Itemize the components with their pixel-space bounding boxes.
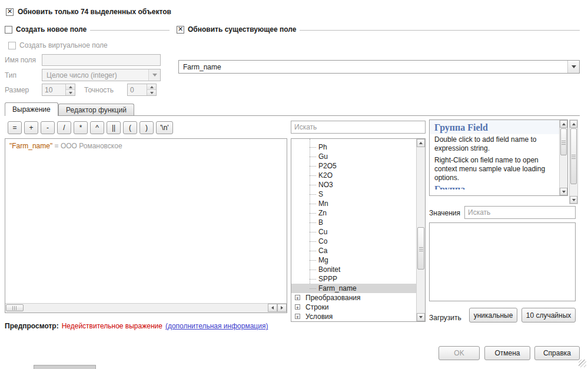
more-info-link[interactable]: (дополнительная информация) — [165, 322, 268, 330]
operator-button[interactable]: '\n' — [156, 121, 173, 134]
function-search-input[interactable] — [291, 121, 426, 134]
operator-button[interactable]: - — [41, 121, 55, 134]
scroll-down-icon[interactable] — [570, 196, 577, 204]
scroll-down-icon[interactable] — [560, 188, 567, 195]
field-size-spinner[interactable]: 10 — [42, 84, 75, 96]
tree-item-field[interactable]: NO3 — [291, 180, 425, 190]
scroll-up-icon[interactable] — [570, 120, 577, 128]
scroll-right-icon[interactable] — [277, 304, 287, 312]
tree-group-list: Преобразования Строки Условия — [291, 293, 425, 321]
preview-row: Предпросмотр: Недействительное выражение… — [5, 322, 268, 330]
help-vertical-scrollbar[interactable] — [559, 120, 567, 195]
field-size-value: 10 — [42, 84, 65, 95]
scroll-up-icon[interactable] — [560, 120, 567, 128]
scrollbar-thumb[interactable] — [560, 128, 567, 155]
tree-item-field[interactable]: Zn — [291, 208, 425, 218]
load-random-button[interactable]: 10 случайных — [521, 308, 576, 323]
values-list[interactable] — [429, 222, 576, 301]
scroll-left-icon[interactable] — [268, 304, 277, 312]
field-type-combobox[interactable]: Целое число (integer) — [42, 69, 161, 81]
tree-group[interactable]: Преобразования — [291, 293, 425, 302]
operator-button[interactable]: / — [57, 121, 71, 134]
tree-item-field[interactable]: Mg — [291, 255, 425, 265]
existing-field-value: Farm_name — [179, 63, 567, 71]
scroll-up-icon[interactable] — [417, 139, 425, 147]
tree-group-label: Условия — [305, 313, 333, 321]
operator-button[interactable]: + — [24, 121, 38, 134]
operator-button[interactable]: ^ — [90, 121, 104, 134]
checkbox-empty-icon[interactable] — [8, 42, 16, 49]
tree-group[interactable]: Условия — [291, 312, 425, 321]
expand-plus-icon[interactable] — [295, 295, 300, 300]
tree-item-field[interactable]: Mn — [291, 199, 425, 208]
help-body-line-2: Right-Click on field name to open contex… — [430, 155, 559, 184]
field-calculator-dialog: Обновить только 74 выделенных объектов С… — [0, 0, 588, 369]
chevron-down-icon[interactable] — [567, 61, 579, 73]
operator-button[interactable]: = — [8, 121, 22, 134]
virtual-field-checkbox[interactable]: Создать виртуальное поле — [8, 41, 108, 49]
field-type-value: Целое число (integer) — [42, 71, 148, 79]
operator-button[interactable]: ) — [139, 121, 154, 134]
tree-item-field[interactable]: Ph — [291, 142, 425, 152]
background-window-fragment — [34, 365, 96, 369]
tree-item-field[interactable]: Co — [291, 237, 425, 246]
tab-function-editor[interactable]: Редактор функций — [58, 104, 134, 115]
function-help-panel: Группа Field Double click to add field n… — [429, 119, 568, 196]
tab-function-editor-label: Редактор функций — [66, 106, 127, 114]
spin-down-icon[interactable] — [66, 89, 75, 95]
only-selected-checkbox[interactable]: Обновить только 74 выделенных объектов — [6, 8, 171, 16]
expression-editor[interactable]: "Farm_name" = ООО Романовское — [5, 138, 287, 313]
scrollbar-thumb[interactable] — [570, 128, 577, 184]
tree-item-field[interactable]: B — [291, 218, 425, 227]
spin-down-icon[interactable] — [147, 89, 156, 95]
tree-item-field[interactable]: Gu — [291, 152, 425, 161]
update-field-group-label: Обновить существующее поле — [188, 25, 296, 34]
scroll-down-icon[interactable] — [417, 313, 425, 321]
tree-item-field[interactable]: K2O — [291, 171, 425, 180]
load-label: Загрузить — [429, 314, 461, 322]
vertical-scrollbar[interactable] — [416, 139, 425, 321]
help-outer-scrollbar[interactable] — [569, 119, 578, 204]
operator-button[interactable]: * — [74, 121, 88, 134]
tree-item-field[interactable]: SPPP — [291, 274, 425, 284]
chevron-down-icon[interactable] — [148, 69, 160, 81]
operator-button[interactable]: || — [107, 121, 121, 134]
tree-group-label: Преобразования — [305, 294, 361, 302]
field-size-label: Размер — [5, 86, 29, 94]
expression-field-token: "Farm_name" — [9, 142, 52, 150]
load-unique-button[interactable]: уникальные — [469, 308, 517, 323]
spin-up-icon[interactable] — [66, 84, 75, 89]
ok-button[interactable]: OK — [438, 346, 480, 360]
help-button[interactable]: Справка — [534, 346, 580, 360]
scrollbar-thumb[interactable] — [6, 304, 24, 311]
precision-label: Точность — [84, 86, 114, 94]
checkbox-checked-icon[interactable] — [6, 8, 14, 16]
tree-group-label: Строки — [305, 303, 328, 311]
expand-plus-icon[interactable] — [295, 314, 300, 319]
new-field-checkbox[interactable] — [5, 26, 12, 34]
spin-up-icon[interactable] — [147, 84, 156, 89]
values-search-input[interactable] — [464, 206, 576, 219]
tree-item-field[interactable]: Bonitet — [291, 265, 425, 274]
update-field-checkbox[interactable] — [177, 26, 184, 34]
tree-item-field[interactable]: Ca — [291, 246, 425, 255]
field-name-input[interactable] — [42, 54, 161, 66]
tree-group[interactable]: Строки — [291, 302, 425, 312]
operator-button[interactable]: ( — [123, 121, 137, 134]
tree-item-field[interactable]: P2O5 — [291, 161, 425, 171]
resize-grip[interactable] — [579, 360, 586, 367]
expression-text: "Farm_name" = ООО Романовское — [5, 139, 287, 153]
precision-spinner[interactable]: 0 — [127, 84, 157, 96]
preview-label: Предпросмотр: — [5, 322, 59, 330]
scrollbar-thumb[interactable] — [417, 227, 424, 270]
tree-item-field[interactable]: S — [291, 190, 425, 199]
tree-item-field[interactable]: Cu — [291, 227, 425, 237]
tab-expression[interactable]: Выражение — [5, 102, 58, 116]
expand-plus-icon[interactable] — [295, 304, 300, 310]
horizontal-scrollbar[interactable] — [5, 303, 287, 313]
existing-field-combobox[interactable]: Farm_name — [178, 60, 580, 74]
function-tree[interactable]: PhGuP2O5K2ONO3SMnZnBCuCoCaMgBonitetSPPPF… — [291, 138, 426, 322]
tree-item-field[interactable]: Farm_name — [291, 284, 425, 293]
field-type-label: Тип — [5, 71, 16, 79]
cancel-button[interactable]: Отмена — [484, 346, 530, 360]
